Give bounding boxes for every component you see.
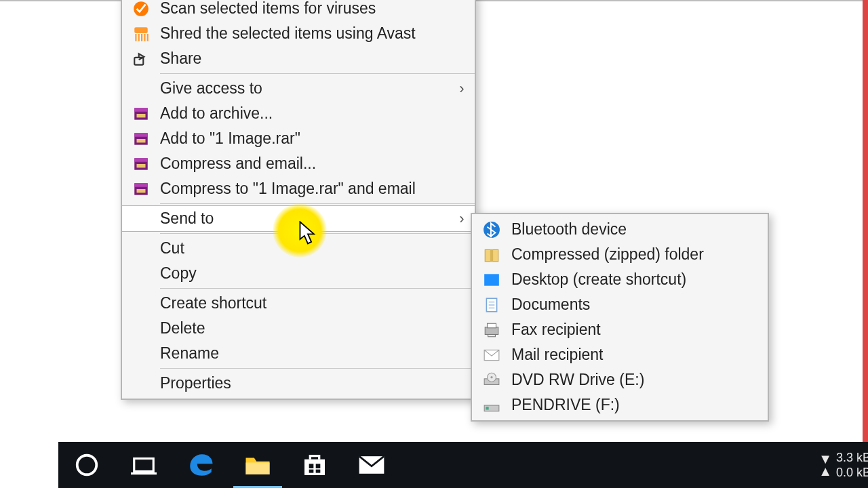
menu-item-copy[interactable]: Copy: [122, 261, 475, 286]
menu-item-compress-rar-email[interactable]: Compress to "1 Image.rar" and email: [122, 176, 475, 201]
svg-rect-30: [488, 334, 496, 336]
submenu-item-label: PENDRIVE (F:): [511, 396, 768, 414]
cortana-icon: [74, 452, 100, 478]
desktop-icon: [472, 271, 511, 289]
submenu-item-mail[interactable]: Mail recipient: [472, 342, 768, 367]
share-icon: [122, 50, 160, 68]
taskbar-cortana[interactable]: [58, 442, 115, 488]
taskbar-mail[interactable]: [343, 442, 400, 488]
mail-icon: [472, 346, 511, 364]
menu-item-add-archive[interactable]: Add to archive...: [122, 101, 475, 126]
bluetooth-icon: [472, 221, 511, 239]
submenu-item-label: Mail recipient: [511, 346, 768, 364]
mail-app-icon: [357, 450, 387, 480]
taskbar-task-view[interactable]: [115, 442, 172, 488]
menu-item-label: Delete: [160, 319, 475, 338]
menu-separator: [160, 203, 475, 204]
menu-item-label: Share: [160, 49, 475, 68]
submenu-item-label: Bluetooth device: [511, 220, 768, 239]
submenu-item-pendrive[interactable]: PENDRIVE (F:): [472, 392, 768, 418]
menu-item-label: Copy: [160, 264, 475, 283]
menu-item-label: Properties: [160, 374, 475, 392]
winrar-icon: [122, 130, 160, 148]
taskbar-store[interactable]: [286, 442, 343, 488]
menu-item-delete[interactable]: Delete: [122, 316, 475, 341]
context-menu: Scan selected items for viruses Shred th…: [121, 0, 476, 400]
svg-rect-15: [134, 158, 148, 161]
menu-item-label: Compress and email...: [160, 155, 475, 173]
taskbar-network-meter: ▼ ▲ 3.3 kB 0.0 kB: [818, 442, 868, 488]
submenu-item-label: Desktop (create shortcut): [511, 270, 768, 289]
svg-rect-12: [134, 133, 148, 136]
menu-item-label: Shred the selected items using Avast: [160, 24, 475, 43]
submenu-item-dvd[interactable]: DVD RW Drive (E:): [472, 367, 768, 392]
winrar-icon: [122, 180, 160, 198]
svg-rect-22: [490, 249, 493, 261]
menu-item-label: Add to "1 Image.rar": [160, 129, 475, 148]
winrar-icon: [122, 155, 160, 173]
svg-rect-40: [246, 463, 270, 475]
submenu-item-documents[interactable]: Documents: [472, 292, 768, 317]
svg-rect-23: [484, 274, 499, 285]
submenu-item-fax[interactable]: Fax recipient: [472, 317, 768, 342]
taskbar-edge[interactable]: [172, 442, 229, 488]
svg-rect-42: [309, 464, 314, 468]
menu-item-label: Rename: [160, 344, 475, 363]
menu-item-label: Give access to: [160, 79, 449, 98]
svg-rect-9: [134, 108, 148, 111]
menu-item-give-access[interactable]: Give access to ›: [122, 76, 475, 101]
store-icon: [301, 451, 328, 479]
avast-scan-icon: [122, 0, 160, 18]
taskbar-file-explorer[interactable]: [229, 442, 286, 488]
menu-item-label: Cut: [160, 239, 475, 258]
svg-point-37: [77, 455, 97, 475]
menu-separator: [160, 233, 475, 234]
submenu-item-zip[interactable]: Compressed (zipped) folder: [472, 242, 768, 267]
svg-rect-43: [316, 464, 321, 468]
submenu-item-label: DVD RW Drive (E:): [511, 371, 768, 389]
svg-rect-1: [134, 27, 148, 33]
menu-item-scan-viruses[interactable]: Scan selected items for viruses: [122, 0, 475, 21]
menu-item-label: Add to archive...: [160, 104, 475, 123]
submenu-item-label: Documents: [511, 296, 768, 314]
submenu-item-bluetooth[interactable]: Bluetooth device: [472, 217, 768, 242]
fax-icon: [472, 321, 511, 339]
zip-folder-icon: [472, 246, 511, 264]
upload-rate: 0.0 kB: [836, 465, 868, 480]
menu-item-compress-email[interactable]: Compress and email...: [122, 151, 475, 176]
submenu-item-desktop[interactable]: Desktop (create shortcut): [472, 267, 768, 292]
submenu-item-label: Fax recipient: [511, 321, 768, 339]
svg-rect-19: [137, 189, 146, 192]
menu-separator: [160, 288, 475, 289]
menu-separator: [160, 368, 475, 369]
svg-point-34: [490, 376, 492, 378]
task-view-icon: [131, 452, 157, 478]
menu-item-cut[interactable]: Cut: [122, 236, 475, 261]
menu-item-label: Create shortcut: [160, 294, 475, 312]
svg-rect-36: [486, 407, 488, 409]
taskbar: ▼ ▲ 3.3 kB 0.0 kB: [58, 442, 868, 488]
file-explorer-icon: [243, 451, 272, 479]
menu-item-shred[interactable]: Shred the selected items using Avast: [122, 21, 475, 46]
dvd-drive-icon: [472, 371, 511, 389]
svg-rect-18: [134, 183, 148, 186]
menu-separator: [160, 73, 475, 74]
menu-item-label: Send to: [160, 209, 449, 228]
winrar-icon: [122, 105, 160, 123]
menu-item-properties[interactable]: Properties: [122, 371, 475, 396]
edge-icon: [186, 451, 215, 479]
svg-rect-10: [137, 114, 146, 117]
menu-item-share[interactable]: Share: [122, 46, 475, 71]
svg-rect-44: [309, 470, 314, 473]
menu-item-rename[interactable]: Rename: [122, 341, 475, 366]
menu-item-label: Compress to "1 Image.rar" and email: [160, 180, 475, 198]
menu-item-add-to-rar[interactable]: Add to "1 Image.rar": [122, 126, 475, 151]
send-to-submenu: Bluetooth device Compressed (zipped) fol…: [471, 213, 769, 422]
submenu-item-label: Compressed (zipped) folder: [511, 245, 768, 264]
svg-rect-41: [304, 460, 325, 475]
menu-item-send-to[interactable]: Send to ›: [122, 205, 475, 232]
svg-rect-38: [134, 459, 154, 472]
menu-item-create-shortcut[interactable]: Create shortcut: [122, 291, 475, 316]
svg-rect-16: [137, 164, 146, 167]
svg-rect-13: [137, 139, 146, 142]
